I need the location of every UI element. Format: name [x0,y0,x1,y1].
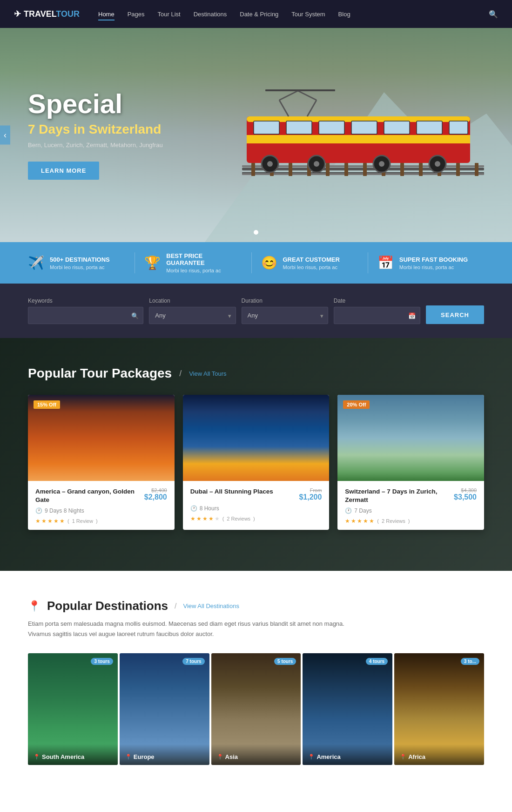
card-price-dubai: $1,200 [299,493,322,501]
svg-rect-12 [400,163,404,176]
svg-line-38 [307,100,317,116]
booking-icon: 📅 [377,255,394,271]
south-america-overlay: 📍 South America [28,744,118,765]
calendar-icon: 📅 [408,312,416,319]
card-price-switzerland: $3,500 [454,493,477,501]
nav-item-pages[interactable]: Pages [128,10,145,18]
review-close-america: ) [96,518,98,524]
nav-item-blog[interactable]: Blog [338,10,350,18]
chevron-down-icon: ▾ [228,312,231,319]
dest-card-south-america[interactable]: 3 tours 📍 South America [28,653,118,765]
svg-rect-24 [384,121,410,134]
date-input-wrap: 📅 [334,307,420,324]
card-body-america: America – Grand canyon, Golden Gate $2,4… [28,481,175,530]
keywords-input[interactable] [28,307,143,324]
nav-links: Home Pages Tour List Destinations Date &… [98,10,489,18]
europe-overlay: 📍 Europe [120,744,209,765]
clock-icon-sw: 🕐 [345,508,352,514]
dest-card-asia[interactable]: 5 tours 📍 Asia [211,653,301,765]
star-2: ★ [41,518,47,524]
hero-dot-1[interactable] [254,230,258,235]
asia-name: 📍 Asia [217,753,296,760]
card-img-dubai [183,395,330,481]
card-title-row-america: America – Grand canyon, Golden Gate $2,4… [35,487,167,504]
svg-line-35 [279,100,289,116]
card-stars-america: ★ ★ ★ ★ ★ ( 1 Review ) [35,518,167,524]
chevron-down-icon-2: ▾ [320,312,323,319]
svg-rect-26 [449,121,468,134]
nav-item-date-pricing[interactable]: Date & Pricing [240,10,278,18]
view-all-destinations-link[interactable]: View All Destinations [183,602,239,609]
svg-rect-6 [289,163,292,176]
america-name: 📍 America [308,753,387,760]
card-badge-america: 15% Off [34,400,60,409]
card-body-switzerland: Switzerland – 7 Days in Zurich, Zermatt … [337,481,484,530]
asia-overlay: 📍 Asia [211,744,301,765]
svg-rect-13 [419,163,423,176]
search-magnifier-icon: 🔍 [131,312,139,319]
nav-item-home[interactable]: Home [98,10,115,18]
review-close-sw: ) [408,518,410,524]
hero-section: Special 7 Days in Switzerland Bern, Luce… [0,28,512,242]
star-4: ★ [54,518,59,524]
search-section: Keywords 🔍 Location Any ▾ Duration Any ▾ [0,284,512,338]
tour-cards-container: 15% Off America – Grand canyon, Golden G… [28,395,484,530]
dest-divider: / [175,602,176,610]
svg-rect-18 [247,135,470,143]
duration-select[interactable]: Any [242,307,328,324]
nav-item-destinations[interactable]: Destinations [194,10,227,18]
feature-customer-text: GREAT CUSTOMER Morbi leo risus, porta ac [283,256,340,270]
logo[interactable]: ✈ TRAVELTOUR [14,9,80,19]
card-duration-switzerland: 🕐 7 Days [345,508,477,514]
nav-item-tour-list[interactable]: Tour List [158,10,181,18]
svg-rect-16 [475,163,478,176]
card-img-america: 15% Off [28,395,175,481]
south-america-name: 📍 South America [34,753,112,760]
svg-rect-39 [265,89,335,91]
search-icon[interactable]: 🔍 [489,10,498,19]
review-text-dubai: 2 Reviews [227,516,250,521]
card-img-switzerland: 20% Off [337,395,484,481]
hero-prev-button[interactable]: ‹ [0,126,10,145]
feature-booking: 📅 SUPER FAST BOOKING Morbi leo risus, po… [368,252,484,273]
location-field: Location Any ▾ [149,298,236,324]
dest-card-africa[interactable]: 3 to... 📍 Africa [394,653,484,765]
dest-card-america[interactable]: 4 tours 📍 America [303,653,392,765]
svg-rect-21 [286,121,312,134]
star-1d: ★ [190,515,195,522]
africa-name: 📍 Africa [400,753,478,760]
hero-cta-button[interactable]: LEARN MORE [28,162,99,180]
location-label: Location [149,298,236,304]
pin-icon-af: 📍 [400,754,406,760]
review-count-dubai: ( [222,516,224,521]
navigation: ✈ TRAVELTOUR Home Pages Tour List Destin… [0,0,512,28]
hero-dots [254,230,258,235]
card-stars-dubai: ★ ★ ★ ★ ★ ( 2 Reviews ) [190,515,322,522]
star-5d: ★ [215,515,220,522]
features-bar: ✈️ 500+ DESTINATIONS Morbi leo risus, po… [0,242,512,284]
feature-destinations: ✈️ 500+ DESTINATIONS Morbi leo risus, po… [28,252,135,273]
dest-card-europe[interactable]: 7 tours 📍 Europe [120,653,209,765]
feature-booking-text: SUPER FAST BOOKING Morbi leo risus, port… [399,256,468,270]
review-close-dubai: ) [253,516,255,521]
price-icon: 🏆 [144,255,161,271]
europe-tours-badge: 7 tours [182,658,204,665]
svg-rect-9 [344,163,348,176]
date-label: Date [334,298,420,304]
location-select[interactable]: Any [149,307,236,324]
star-5s: ★ [369,518,374,524]
svg-rect-22 [319,121,344,134]
svg-point-30 [314,161,319,167]
review-text-america: 1 Review [72,518,93,524]
date-input[interactable] [334,307,420,324]
search-button[interactable]: SEARCH [426,305,484,324]
svg-line-36 [279,91,298,100]
keywords-input-wrap: 🔍 [28,307,143,324]
nav-item-tour-system[interactable]: Tour System [291,10,325,18]
card-price-block-switzerland: $4,300 $3,500 [454,487,477,501]
search-form: Keywords 🔍 Location Any ▾ Duration Any ▾ [28,298,484,324]
card-old-price-switzerland: $4,300 [454,487,477,493]
card-title-dubai: Dubai – All Stunning Places [190,487,295,496]
feature-price-text: BEST PRICE GUARANTEE Morbi leo risus, po… [166,252,242,273]
view-all-tours-link[interactable]: View All Tours [189,370,226,377]
